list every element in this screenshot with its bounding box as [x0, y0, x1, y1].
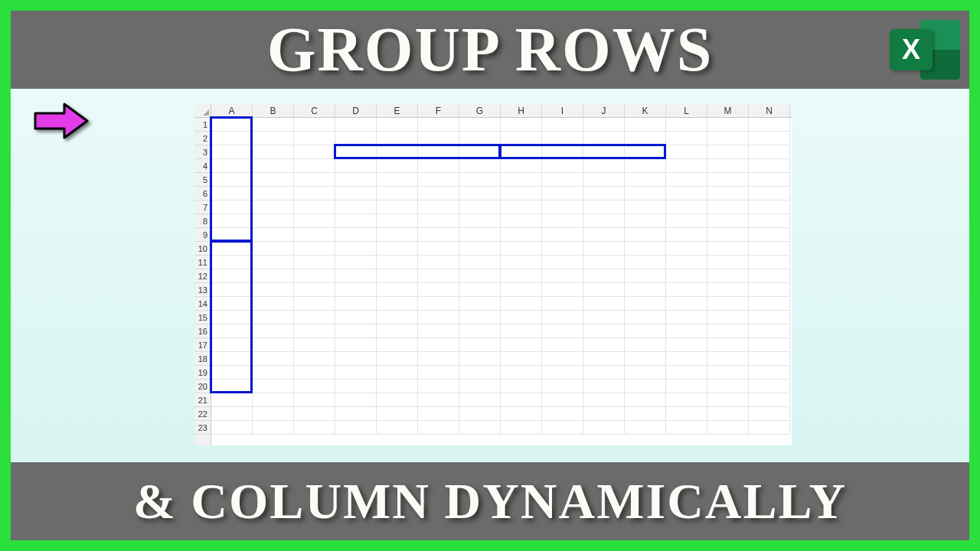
cell[interactable] — [335, 242, 377, 256]
cell[interactable] — [253, 159, 294, 173]
row-header[interactable]: 3 — [194, 145, 211, 159]
cell[interactable] — [625, 256, 666, 269]
column-header[interactable]: E — [377, 104, 418, 117]
row-header[interactable]: 2 — [194, 132, 211, 145]
cell[interactable] — [542, 228, 583, 242]
cell[interactable] — [749, 173, 790, 187]
cell[interactable] — [418, 338, 459, 352]
row-header[interactable]: 13 — [194, 283, 211, 297]
cell[interactable] — [666, 407, 707, 421]
cell[interactable] — [707, 352, 749, 366]
cell[interactable] — [418, 228, 459, 242]
cell[interactable] — [459, 352, 501, 366]
cell[interactable] — [542, 352, 583, 366]
cell[interactable] — [377, 214, 418, 228]
column-header[interactable]: I — [542, 104, 583, 117]
cell[interactable] — [294, 201, 335, 214]
cell[interactable] — [418, 201, 459, 214]
cell[interactable] — [749, 159, 790, 173]
cell[interactable] — [625, 145, 666, 159]
cell[interactable] — [542, 380, 583, 393]
cell[interactable] — [253, 407, 294, 421]
cell[interactable] — [666, 366, 707, 380]
cell[interactable] — [211, 421, 253, 435]
cell[interactable] — [749, 242, 790, 256]
cell[interactable] — [501, 187, 542, 201]
cell[interactable] — [294, 187, 335, 201]
cell[interactable] — [335, 324, 377, 338]
cell[interactable] — [749, 380, 790, 393]
cell[interactable] — [583, 338, 625, 352]
cell[interactable] — [583, 311, 625, 324]
cell[interactable] — [459, 283, 501, 297]
cell[interactable] — [253, 311, 294, 324]
row-header[interactable]: 4 — [194, 159, 211, 173]
cell[interactable] — [377, 228, 418, 242]
cell[interactable] — [294, 256, 335, 269]
cell[interactable] — [253, 118, 294, 132]
cell[interactable] — [459, 393, 501, 407]
column-header[interactable]: K — [625, 104, 666, 117]
cell[interactable] — [625, 297, 666, 311]
cell[interactable] — [253, 393, 294, 407]
cell[interactable] — [335, 380, 377, 393]
cell[interactable] — [707, 118, 749, 132]
cell[interactable] — [583, 283, 625, 297]
cell[interactable] — [211, 145, 253, 159]
cell[interactable] — [666, 324, 707, 338]
cell[interactable] — [666, 145, 707, 159]
cell[interactable] — [294, 380, 335, 393]
cell[interactable] — [211, 132, 253, 145]
cell[interactable] — [666, 159, 707, 173]
cell[interactable] — [294, 173, 335, 187]
cell[interactable] — [749, 311, 790, 324]
cell[interactable] — [707, 159, 749, 173]
cell[interactable] — [583, 214, 625, 228]
cell[interactable] — [377, 145, 418, 159]
cell[interactable] — [501, 242, 542, 256]
cell[interactable] — [501, 145, 542, 159]
cell[interactable] — [501, 201, 542, 214]
cell[interactable] — [501, 297, 542, 311]
cell[interactable] — [707, 228, 749, 242]
cell[interactable] — [418, 283, 459, 297]
cell[interactable] — [583, 132, 625, 145]
cell[interactable] — [542, 407, 583, 421]
cell[interactable] — [625, 421, 666, 435]
cell[interactable] — [625, 201, 666, 214]
cell[interactable] — [335, 187, 377, 201]
cell[interactable] — [377, 283, 418, 297]
cell[interactable] — [501, 324, 542, 338]
cell[interactable] — [459, 242, 501, 256]
cell[interactable] — [542, 283, 583, 297]
cell[interactable] — [542, 311, 583, 324]
cell[interactable] — [459, 201, 501, 214]
cell[interactable] — [377, 338, 418, 352]
cell[interactable] — [459, 214, 501, 228]
row-header[interactable]: 8 — [194, 214, 211, 228]
cell[interactable] — [749, 228, 790, 242]
cell[interactable] — [335, 283, 377, 297]
cell[interactable] — [377, 242, 418, 256]
cell[interactable] — [211, 311, 253, 324]
cell[interactable] — [253, 201, 294, 214]
cell[interactable] — [625, 311, 666, 324]
cell[interactable] — [335, 311, 377, 324]
cell[interactable] — [335, 269, 377, 283]
row-headers[interactable]: 1234567891011121314151617181920212223 — [194, 118, 211, 445]
cell[interactable] — [749, 132, 790, 145]
cell[interactable] — [211, 269, 253, 283]
cell[interactable] — [583, 242, 625, 256]
cell[interactable] — [253, 187, 294, 201]
cell[interactable] — [418, 269, 459, 283]
cell[interactable] — [418, 256, 459, 269]
cell[interactable] — [335, 407, 377, 421]
column-header[interactable]: N — [749, 104, 790, 117]
cell[interactable] — [253, 228, 294, 242]
cell[interactable] — [542, 187, 583, 201]
cell[interactable] — [501, 228, 542, 242]
column-header[interactable]: H — [501, 104, 542, 117]
cell[interactable] — [418, 159, 459, 173]
cell[interactable] — [707, 311, 749, 324]
column-header[interactable]: D — [335, 104, 377, 117]
